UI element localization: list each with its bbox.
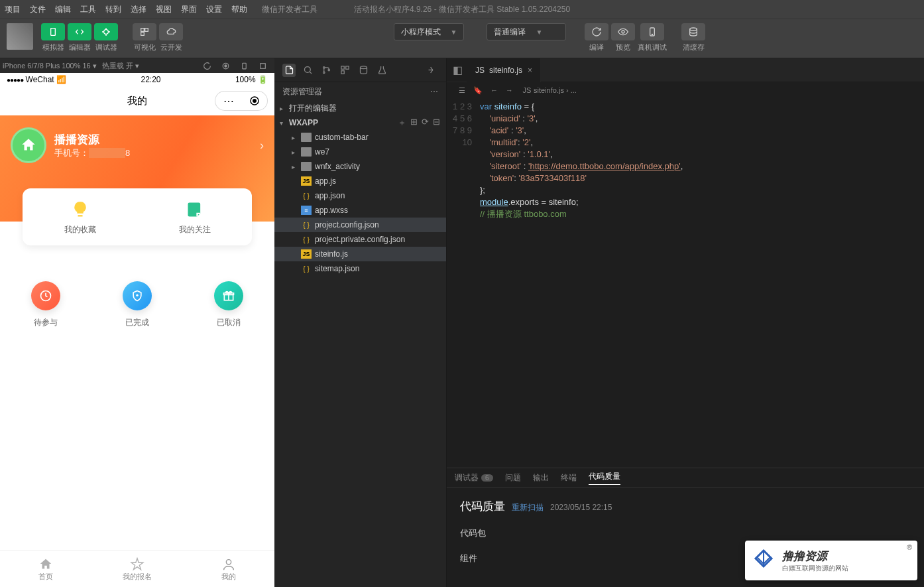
bulb-icon — [70, 199, 91, 220]
bottom-tab-problems[interactable]: 问题 — [505, 472, 521, 484]
mode-select[interactable]: 小程序模式▼ — [394, 23, 465, 40]
bottom-tab-debugger[interactable]: 调试器6 — [455, 472, 493, 484]
mini-program-capsule[interactable]: ⋯ — [215, 91, 268, 111]
code-editor[interactable]: 1 2 3 4 5 6 7 8 9 10 var siteinfo = { 'u… — [447, 98, 924, 468]
tree-item[interactable]: { }sitemap.json — [274, 261, 446, 276]
bottom-tab-output[interactable]: 输出 — [533, 472, 549, 484]
status-time: 22:20 — [141, 75, 160, 84]
test-icon[interactable] — [375, 64, 388, 77]
menu-interface[interactable]: 界面 — [176, 4, 202, 15]
capsule-menu-icon[interactable]: ⋯ — [215, 95, 241, 107]
menu-goto[interactable]: 转到 — [101, 4, 126, 15]
svg-point-17 — [136, 294, 138, 296]
toggle-sidebar-icon[interactable]: ◧ — [451, 64, 464, 76]
cloud-button[interactable]: 云开发 — [159, 23, 183, 52]
clearcache-button[interactable]: 清缓存 — [681, 23, 705, 52]
menu-help[interactable]: 帮助 — [227, 4, 252, 15]
app-name: 微信开发者工具 — [252, 4, 318, 15]
tabbar: 首页 我的报名 我的 — [0, 551, 274, 587]
bottom-tab-quality[interactable]: 代码质量 — [589, 471, 620, 485]
bottom-tab-terminal[interactable]: 终端 — [561, 472, 577, 484]
menu-settings[interactable]: 设置 — [202, 4, 227, 15]
visual-button[interactable]: 可视化 — [133, 23, 156, 52]
device-icon[interactable] — [238, 60, 250, 72]
git-icon[interactable] — [319, 64, 333, 77]
debugger-button[interactable]: 调试器 — [94, 23, 118, 52]
collapse-icon[interactable] — [425, 64, 438, 77]
svg-point-24 — [328, 69, 330, 71]
svg-rect-26 — [345, 66, 348, 69]
tree-item[interactable]: ▸wnfx_activity — [274, 159, 446, 174]
db-icon[interactable] — [357, 64, 370, 77]
record-icon[interactable] — [219, 60, 231, 72]
more-icon[interactable]: ⋯ — [430, 87, 438, 96]
extensions-icon[interactable] — [338, 64, 351, 77]
forward-icon[interactable]: → — [506, 86, 513, 94]
quality-timestamp: 2023/05/15 22:15 — [550, 503, 612, 512]
tree-item[interactable]: ▸custom-tab-bar — [274, 130, 446, 145]
phone-simulator[interactable]: ●●●●● WeChat 📶 22:20 100% 🔋 我的 ⋯ 播播资源 手机… — [0, 73, 274, 587]
editor-button[interactable]: 编辑器 — [68, 23, 91, 52]
open-editors[interactable]: ▸打开的编辑器 — [274, 101, 446, 115]
simulator-button[interactable]: 模拟器 — [41, 23, 65, 52]
tree-item[interactable]: { }project.config.json — [274, 218, 446, 232]
bookmark-icon[interactable]: 🔖 — [473, 86, 483, 95]
menu-tools[interactable]: 工具 — [76, 4, 101, 15]
battery-icon: 🔋 — [258, 75, 268, 84]
profile-avatar[interactable] — [11, 127, 46, 163]
menu-edit[interactable]: 编辑 — [50, 4, 76, 15]
editor-tab[interactable]: JSsiteinfo.js× — [467, 58, 541, 82]
tree-item[interactable]: JSapp.js — [274, 174, 446, 188]
tab-me[interactable]: 我的 — [183, 551, 274, 587]
compile-select[interactable]: 普通编译▼ — [487, 23, 566, 40]
tree-item[interactable]: { }app.json — [274, 188, 446, 203]
menu-select[interactable]: 选择 — [126, 4, 151, 15]
tree-item[interactable]: { }project.private.config.json — [274, 232, 446, 247]
hotreload-toggle[interactable]: 热重载 开 ▾ — [102, 61, 139, 71]
status-pending[interactable]: 待参与 — [31, 281, 60, 328]
menu-view[interactable]: 视图 — [151, 4, 176, 15]
tab-home[interactable]: 首页 — [0, 551, 91, 587]
refresh-icon[interactable]: ⟳ — [422, 117, 429, 129]
tree-root[interactable]: ▾WXAPP ＋⊞⟳⊟ — [274, 115, 446, 130]
device-select[interactable]: iPhone 6/7/8 Plus 100% 16 ▾ — [3, 62, 97, 70]
list-icon[interactable]: ☰ — [459, 86, 465, 95]
my-follow[interactable]: 我的关注 — [137, 188, 252, 245]
svg-rect-12 — [260, 63, 265, 68]
wifi-icon: 📶 — [56, 75, 66, 84]
statusbar: ●●●●● WeChat 📶 22:20 100% 🔋 — [0, 73, 274, 86]
svg-rect-15 — [78, 215, 82, 216]
realdev-button[interactable]: 真机调试 — [638, 23, 667, 52]
tree-item[interactable]: ▸we7 — [274, 145, 446, 159]
collapse-all-icon[interactable]: ⊟ — [433, 117, 440, 129]
breadcrumb: ☰ 🔖 ← → JS siteinfo.js › ... — [447, 82, 924, 98]
compile-button[interactable]: 编译 — [585, 23, 608, 52]
menu-file[interactable]: 文件 — [25, 4, 50, 15]
back-icon[interactable]: ← — [491, 86, 498, 94]
code-body[interactable]: var siteinfo = { 'uniacid' : '3', 'acid'… — [480, 98, 924, 468]
rescan-button[interactable]: 重新扫描 — [512, 503, 544, 512]
tab-signup[interactable]: 我的报名 — [91, 551, 183, 587]
rotate-icon[interactable] — [201, 60, 213, 72]
search-icon[interactable] — [301, 64, 314, 77]
gift-icon — [214, 281, 243, 310]
clock-icon — [31, 281, 60, 310]
chevron-right-icon[interactable]: › — [260, 139, 264, 153]
files-icon[interactable] — [282, 64, 296, 77]
preview-button[interactable]: 预览 — [611, 23, 635, 52]
tree-item[interactable]: JSsiteinfo.js — [274, 247, 446, 261]
editor-tabs: JSsiteinfo.js× — [467, 58, 924, 82]
status-cancel[interactable]: 已取消 — [214, 281, 243, 328]
new-file-icon[interactable]: ＋ — [398, 117, 406, 129]
menu-project[interactable]: 项目 — [0, 4, 25, 15]
my-favorites[interactable]: 我的收藏 — [23, 188, 137, 245]
capsule-close-icon[interactable] — [241, 95, 267, 107]
close-icon[interactable]: × — [528, 66, 532, 75]
quality-component: 组件 — [460, 553, 477, 564]
tree-item[interactable]: ≡app.wxss — [274, 203, 446, 218]
cut-icon[interactable] — [257, 60, 268, 72]
refresh-icon — [585, 23, 608, 40]
status-done[interactable]: 已完成 — [123, 281, 152, 328]
new-folder-icon[interactable]: ⊞ — [410, 117, 418, 129]
user-avatar[interactable] — [7, 23, 33, 50]
